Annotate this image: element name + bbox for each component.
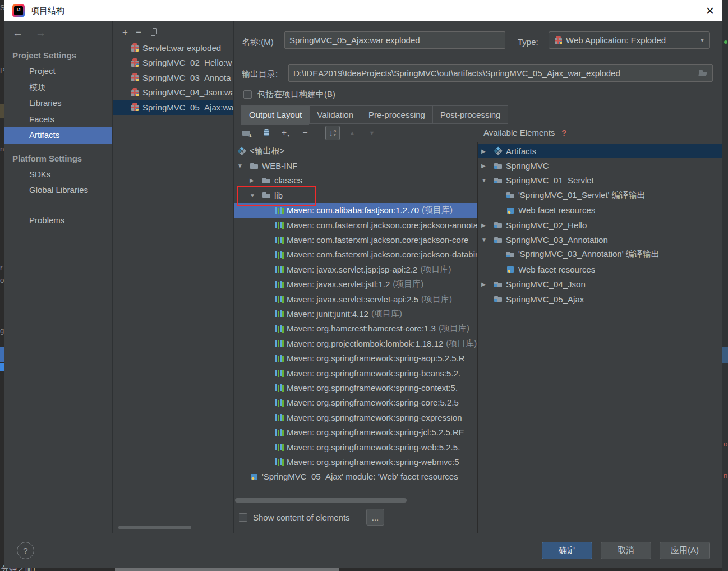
add-artifact-icon[interactable]: + <box>122 27 128 37</box>
archive-icon <box>261 128 271 137</box>
output-tree-row[interactable]: Maven: org.springframework:spring-aop:5.… <box>234 351 477 365</box>
output-dir-input[interactable]: D:\IDEA2019\IdeaProjects\SpringMVC\out\a… <box>288 64 713 82</box>
collapse-arrow-icon[interactable]: ▼ <box>481 237 494 243</box>
expand-arrow-icon[interactable]: ▶ <box>481 222 494 228</box>
output-tree-row[interactable]: Maven: javax.servlet:servlet-api:2.5(项目库… <box>234 292 477 306</box>
sidebar-item-problems[interactable]: Problems <box>4 213 112 229</box>
sidebar-item-project[interactable]: Project <box>4 63 112 80</box>
output-tree-row[interactable]: Maven: org.projectlombok:lombok:1.18.12(… <box>234 336 477 351</box>
sidebar-item-libraries[interactable]: Libraries <box>4 95 112 112</box>
ok-button[interactable]: 确定 <box>542 542 592 559</box>
output-tree-scrollbar[interactable] <box>235 498 407 503</box>
available-tree-row[interactable]: ▶SpringMVC_04_Json <box>478 277 722 292</box>
output-tree-row[interactable]: Maven: com.fasterxml.jackson.core:jackso… <box>234 218 477 232</box>
artifact-list-item[interactable]: SpringMVC_03_Annota <box>113 70 233 85</box>
available-tree-row[interactable]: ▼SpringMVC_01_Servlet <box>478 173 722 188</box>
tab-pre-processing[interactable]: Pre-processing <box>361 105 432 124</box>
row-label: classes <box>274 176 302 185</box>
sidebar-item-artifacts[interactable]: Artifacts <box>4 127 112 144</box>
new-folder-button[interactable] <box>239 126 254 140</box>
tab-validation[interactable]: Validation <box>309 105 361 124</box>
show-content-checkbox[interactable] <box>239 513 247 522</box>
output-tree-row[interactable]: Maven: org.springframework:spring-jcl:5.… <box>234 425 477 439</box>
available-tree-row[interactable]: Web facet resources <box>478 203 722 218</box>
artifact-list-scrollbar[interactable] <box>118 526 191 529</box>
bg-band-blue <box>0 347 4 362</box>
sort-alphabetically-button[interactable]: ↓az <box>325 126 340 140</box>
remove-artifact-icon[interactable]: − <box>136 27 141 37</box>
webfacet-icon <box>506 265 515 274</box>
row-label: Web facet resources <box>518 265 595 274</box>
available-tree-row[interactable]: SpringMVC_05_Ajax <box>478 292 722 306</box>
expand-arrow-icon[interactable]: ▶ <box>481 163 494 169</box>
available-tree-row[interactable]: 'SpringMVC_01_Servlet' 编译输出 <box>478 188 722 202</box>
artifact-list-item[interactable]: SpringMVC_05_Ajax:wa <box>113 100 233 115</box>
available-tree-row[interactable]: ▼SpringMVC_03_Annotation <box>478 232 722 247</box>
sidebar-item-sdks[interactable]: SDKs <box>4 167 112 183</box>
output-tree-row[interactable]: Maven: org.hamcrest:hamcrest-core:1.3(项目… <box>234 321 477 336</box>
more-options-button[interactable]: ... <box>366 509 384 526</box>
available-tree-row[interactable]: 'SpringMVC_03_Annotation' 编译输出 <box>478 247 722 262</box>
type-dropdown[interactable]: Web Application: Exploded ▼ <box>549 31 710 49</box>
output-tree-row[interactable]: 'SpringMVC_05_Ajax' module: 'Web' facet … <box>234 469 477 484</box>
artifact-list-panel: + − Servlet:war explodedSpringMVC_02_Hel… <box>113 21 234 533</box>
include-in-build-checkbox[interactable] <box>243 90 252 99</box>
move-up-button[interactable]: ▲ <box>345 126 360 140</box>
add-element-button[interactable]: +▾ <box>278 126 293 140</box>
help-button[interactable]: ? <box>17 542 34 559</box>
output-tree-row[interactable]: Maven: com.fasterxml.jackson.core:jackso… <box>234 247 477 262</box>
output-tree-row[interactable]: ▼WEB-INF <box>234 158 477 173</box>
output-tree-row[interactable]: Maven: javax.servlet.jsp:jsp-api:2.2(项目库… <box>234 262 477 277</box>
collapse-arrow-icon[interactable]: ▼ <box>481 177 494 183</box>
browse-folder-icon[interactable] <box>698 68 708 77</box>
back-arrow-icon[interactable]: ← <box>12 27 23 39</box>
sidebar-item-modules[interactable]: 模块 <box>4 80 112 96</box>
available-tree-row[interactable]: ▶Artifacts <box>478 144 722 158</box>
remove-element-button[interactable]: − <box>298 126 312 140</box>
artifact-list-item[interactable]: Servlet:war exploded <box>113 40 233 56</box>
sidebar-item-global-libraries[interactable]: Global Libraries <box>4 182 112 199</box>
maven-icon <box>274 324 284 333</box>
close-icon[interactable]: ✕ <box>706 6 715 16</box>
apply-button[interactable]: 应用(A) <box>660 542 710 559</box>
copy-artifact-icon[interactable] <box>149 27 159 36</box>
row-label: Maven: org.hamcrest:hamcrest-core:1.3 <box>287 324 436 333</box>
cancel-button[interactable]: 取消 <box>601 542 651 559</box>
tab-post-processing[interactable]: Post-processing <box>432 105 509 124</box>
output-tree-row[interactable]: Maven: javax.servlet:jstl:1.2(项目库) <box>234 277 477 292</box>
expand-arrow-icon[interactable]: ▶ <box>481 281 494 287</box>
output-tree-row[interactable]: Maven: org.springframework:spring-beans:… <box>234 366 477 380</box>
artifact-list-item[interactable]: SpringMVC_02_Hello:w <box>113 56 233 71</box>
sidebar-item-facets[interactable]: Facets <box>4 112 112 128</box>
type-label: Type: <box>518 37 538 47</box>
available-tree-row[interactable]: ▶SpringMVC <box>478 158 722 173</box>
expand-arrow-icon[interactable]: ▶ <box>250 177 262 183</box>
artifact-icon <box>130 103 140 112</box>
tab-output-layout[interactable]: Output Layout <box>241 105 309 125</box>
output-tree-row[interactable]: ▼lib <box>234 188 477 202</box>
available-tree-row[interactable]: ▶SpringMVC_02_Hello <box>478 218 722 232</box>
available-tree-row[interactable]: Web facet resources <box>478 262 722 277</box>
move-down-button[interactable]: ▼ <box>365 126 379 140</box>
bg-band-blue-bright <box>0 363 4 371</box>
collapse-arrow-icon[interactable]: ▼ <box>250 192 262 199</box>
output-tree-row[interactable]: Maven: org.springframework:spring-web:5.… <box>234 440 477 454</box>
new-archive-button[interactable] <box>259 126 273 140</box>
output-tree-row[interactable]: Maven: org.springframework:spring-contex… <box>234 380 477 395</box>
output-tree-row[interactable]: Maven: com.alibaba:fastjson:1.2.70(项目库) <box>234 203 477 218</box>
output-tree-row[interactable]: ▶classes <box>234 173 477 188</box>
help-icon[interactable]: ? <box>561 128 566 137</box>
output-tree-row[interactable]: Maven: junit:junit:4.12(项目库) <box>234 306 477 321</box>
output-tree-row[interactable]: Maven: org.springframework:spring-core:5… <box>234 395 477 410</box>
output-tree-row[interactable]: Maven: org.springframework:spring-expres… <box>234 410 477 425</box>
output-tree-row[interactable]: Maven: org.springframework:spring-webmvc… <box>234 454 477 469</box>
artifact-editor: 名称:(M) SpringMVC_05_Ajax:war exploded Ty… <box>234 21 722 533</box>
output-layout-tree: <输出根>▼WEB-INF▶classes▼libMaven: com.alib… <box>234 142 477 484</box>
output-tree-row[interactable]: Maven: com.fasterxml.jackson.core:jackso… <box>234 232 477 247</box>
row-label: 'SpringMVC_01_Servlet' 编译输出 <box>518 190 646 201</box>
output-dir-label: 输出目录: <box>242 69 278 80</box>
artifact-list-item[interactable]: SpringMVC_04_Json:wa <box>113 85 233 100</box>
output-tree-row[interactable]: <输出根> <box>234 144 477 158</box>
name-input[interactable]: SpringMVC_05_Ajax:war exploded <box>284 31 505 49</box>
collapse-arrow-icon[interactable]: ▼ <box>237 163 250 169</box>
